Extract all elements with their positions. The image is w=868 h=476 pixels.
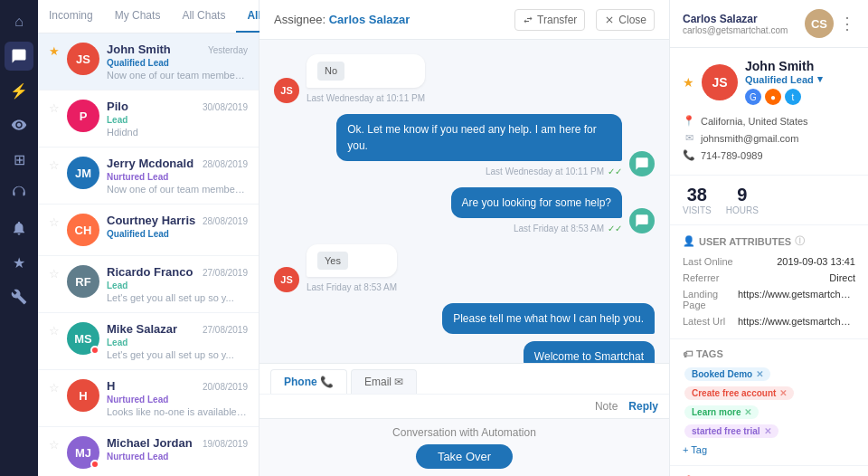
more-options-button[interactable]: ⋮	[839, 14, 855, 33]
chat-item[interactable]: ☆ MJ Michael Jordan 19/08/2019 Nurtured …	[38, 427, 259, 476]
eye-icon[interactable]	[5, 110, 33, 139]
avatar: H	[67, 379, 99, 412]
contact-section: ★ JS John Smith Qualified Lead ▾ G ● t 📍…	[670, 48, 868, 176]
add-tag-button[interactable]: + Tag	[683, 444, 707, 455]
chat-item[interactable]: ☆ CH Courtney Harris 28/08/2019 Qualifie…	[38, 205, 259, 256]
tab-all-chats[interactable]: All Chats	[171, 0, 236, 33]
bubble-time: Last Wednesday at 10:11 PM	[307, 93, 425, 103]
close-button[interactable]: Close	[596, 9, 655, 31]
transfer-button[interactable]: Transfer	[514, 9, 585, 31]
visits-value: 38	[683, 185, 712, 205]
chat-name: Courtney Harris	[107, 214, 195, 227]
remove-tag-button[interactable]: ✕	[764, 426, 771, 436]
avatar: MS	[67, 322, 99, 355]
chat-item[interactable]: ☆ MS Mike Salazar 27/08/2019 Lead Let's …	[38, 313, 259, 370]
chat-item[interactable]: ☆ H H 20/08/2019 Nurtured Lead Looks lik…	[38, 370, 259, 427]
message-bubble: Ok. Let me know if you need any help. I …	[336, 114, 622, 161]
chat-tag: Nurtured Lead	[107, 395, 248, 405]
home-icon[interactable]: ⌂	[5, 7, 33, 36]
remove-tag-button[interactable]: ✕	[779, 388, 787, 398]
chat-bottom: Phone 📞 Email ✉ Note Reply Conversation …	[259, 363, 669, 476]
chat-topbar: Assignee: Carlos Salazar Transfer Close	[259, 0, 669, 40]
right-panel: Carlos Salazar carlos@getsmartchat.com C…	[669, 0, 868, 476]
chat-tag: Qualified Lead	[107, 229, 248, 239]
note-reply-bar: Note Reply	[259, 395, 669, 418]
info-icon-small: ⓘ	[795, 234, 805, 248]
assignee-label: Assignee: Carlos Salazar	[274, 13, 410, 26]
tag-chip-learn: Learn more ✕	[684, 405, 759, 419]
chat-tag: Nurtured Lead	[107, 172, 248, 182]
bubble-group: Yes Last Friday at 8:53 AM	[307, 244, 397, 293]
attr-referrer: Referrer Direct	[683, 270, 855, 286]
bubble-time: Last Friday at 8:53 AM	[307, 282, 397, 292]
take-over-button[interactable]: Take Over	[416, 444, 513, 469]
chat-items-list: ★ JS John Smith Yesterday Qualified Lead…	[38, 33, 259, 476]
tags-section: 🏷 Tags Booked Demo ✕ Create free account…	[670, 339, 868, 466]
chat-time: 28/08/2019	[203, 159, 248, 169]
star-button[interactable]: ☆	[49, 324, 60, 338]
attr-landing-page: Landing Page https://www.getsmartcha.co …	[683, 286, 855, 313]
tag-icon: 🏷	[683, 348, 693, 359]
bubble-group: No Last Wednesday at 10:11 PM	[307, 54, 425, 103]
contact-lead-tag: Qualified Lead ▾	[745, 73, 823, 85]
info-location: 📍 California, United States	[683, 112, 855, 129]
contact-avatar: JS	[702, 64, 738, 100]
bubble-group: Please tell me what how I can help you. …	[442, 303, 655, 363]
headset-icon[interactable]	[5, 179, 33, 208]
chat-preview: Let's get you all set up so y...	[107, 349, 248, 360]
tab-incoming[interactable]: Incoming	[38, 0, 104, 33]
star-button[interactable]: ☆	[49, 438, 60, 452]
message-row: JS Yes Last Friday at 8:53 AM	[274, 244, 655, 293]
star-button[interactable]: ☆	[49, 267, 60, 281]
star-button[interactable]: ☆	[49, 101, 60, 115]
message-avatar: JS	[274, 78, 299, 103]
tabs: Incoming My Chats All Chats All Leads	[38, 0, 259, 33]
messages-area: JS No Last Wednesday at 10:11 PM Ok. Let…	[259, 40, 669, 363]
tab-my-chats[interactable]: My Chats	[104, 0, 172, 33]
chat-name: Ricardo Franco	[107, 265, 193, 279]
bubble-group: Ok. Let me know if you need any help. I …	[336, 114, 622, 176]
bell-icon[interactable]	[5, 214, 33, 243]
chat-info: Courtney Harris 28/08/2019 Qualified Lea…	[107, 214, 248, 241]
channel-tab-phone[interactable]: Phone 📞	[270, 369, 347, 394]
star-button[interactable]: ☆	[49, 158, 60, 172]
email-icon: ✉	[683, 132, 695, 144]
star-button[interactable]: ☆	[49, 381, 60, 395]
chat-preview: Let's get you all set up so y...	[107, 292, 248, 303]
chat-icon[interactable]	[5, 42, 33, 71]
chat-item[interactable]: ★ JS John Smith Yesterday Qualified Lead…	[38, 33, 259, 90]
chat-item[interactable]: ☆ RF Ricardo Franco 27/08/2019 Lead Let'…	[38, 256, 259, 313]
chat-time: Yesterday	[208, 45, 248, 55]
message-row: JS No Last Wednesday at 10:11 PM	[274, 54, 655, 103]
message-avatar	[629, 151, 655, 176]
chat-name: Pilo	[107, 100, 128, 113]
chat-item[interactable]: ☆ P Pilo 30/08/2019 Lead Hdidnd	[38, 90, 259, 148]
assignee-name: Carlos Salazar	[329, 13, 410, 26]
star-button[interactable]: ★	[49, 44, 60, 58]
remove-tag-button[interactable]: ✕	[756, 369, 763, 379]
agent-avatar: CS	[805, 9, 834, 38]
wrench-icon[interactable]	[5, 282, 33, 311]
info-email: ✉ johnsmith@gmail.com	[683, 129, 855, 147]
chat-item[interactable]: ☆ JM Jerry Mcdonald 28/08/2019 Nurtured …	[38, 148, 259, 205]
remove-tag-button[interactable]: ✕	[744, 407, 751, 417]
contact-star[interactable]: ★	[683, 75, 694, 90]
message-row: Are you looking for some help? Last Frid…	[274, 187, 655, 233]
message-row: Please tell me what how I can help you. …	[274, 303, 655, 363]
reply-button[interactable]: Reply	[628, 400, 658, 413]
visits-label: VISITS	[683, 205, 712, 215]
avatar: P	[67, 100, 99, 132]
chat-tag: Qualified Lead	[107, 58, 248, 68]
tag-chip-create: Create free account ✕	[684, 386, 794, 400]
note-button[interactable]: Note	[595, 400, 618, 413]
grid-icon[interactable]: ⊞	[5, 145, 33, 174]
star-sidebar-icon[interactable]: ★	[5, 248, 33, 277]
contact-name: John Smith	[745, 59, 823, 73]
star-button[interactable]: ☆	[49, 215, 60, 229]
channel-tab-email[interactable]: Email ✉	[351, 369, 417, 394]
hours-label: HOURS	[726, 205, 759, 215]
location-icon: 📍	[683, 115, 695, 127]
avatar: JS	[67, 43, 99, 75]
message-bubble: No	[307, 54, 425, 88]
bolt-icon[interactable]: ⚡	[5, 76, 33, 105]
